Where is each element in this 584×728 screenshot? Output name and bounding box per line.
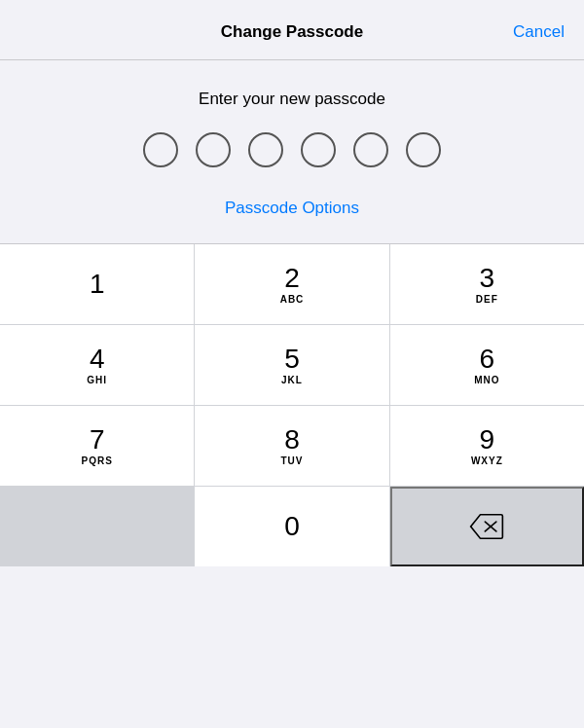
key-4-number: 4 <box>90 346 105 373</box>
delete-icon <box>469 513 504 540</box>
key-2[interactable]: 2 ABC <box>195 244 388 324</box>
key-7[interactable]: 7 PQRS <box>0 406 194 486</box>
passcode-dot-5 <box>353 132 388 167</box>
key-9-letters: WXYZ <box>471 455 503 466</box>
key-9-number: 9 <box>480 426 495 454</box>
key-6-number: 6 <box>480 346 495 373</box>
key-2-number: 2 <box>284 265 300 292</box>
key-8[interactable]: 8 TUV <box>195 406 388 486</box>
key-8-letters: TUV <box>280 455 303 466</box>
key-2-letters: ABC <box>280 294 305 305</box>
passcode-prompt: Enter your new passcode <box>199 90 385 109</box>
delete-button[interactable] <box>390 487 584 566</box>
key-6-letters: MNO <box>474 375 499 385</box>
key-empty <box>0 487 194 566</box>
passcode-dot-3 <box>248 132 283 167</box>
passcode-dot-2 <box>196 132 231 167</box>
key-4-letters: GHI <box>87 375 107 385</box>
key-9[interactable]: 9 WXYZ <box>390 406 584 486</box>
page-title: Change Passcode <box>78 22 506 42</box>
key-5-letters: JKL <box>281 375 303 385</box>
passcode-area: Enter your new passcode Passcode Options <box>0 60 584 243</box>
cancel-button[interactable]: Cancel <box>506 22 565 42</box>
key-3-letters: DEF <box>476 294 498 305</box>
passcode-dot-6 <box>406 132 441 167</box>
passcode-dots <box>143 132 441 167</box>
header: Change Passcode Cancel <box>0 0 584 60</box>
key-8-number: 8 <box>284 426 300 454</box>
key-7-letters: PQRS <box>81 455 112 466</box>
key-0-number: 0 <box>284 513 300 540</box>
key-3[interactable]: 3 DEF <box>390 244 584 324</box>
passcode-dot-1 <box>143 132 178 167</box>
passcode-dot-4 <box>301 132 336 167</box>
key-5-number: 5 <box>284 346 300 373</box>
passcode-options-button[interactable]: Passcode Options <box>225 191 359 234</box>
key-1-number: 1 <box>90 271 105 298</box>
key-1[interactable]: 1 <box>0 244 194 324</box>
key-3-number: 3 <box>480 265 495 292</box>
key-0[interactable]: 0 <box>195 487 388 566</box>
keypad: 1 2 ABC 3 DEF 4 GHI 5 JKL 6 MNO 7 PQRS 8… <box>0 244 584 566</box>
key-6[interactable]: 6 MNO <box>390 325 584 405</box>
key-5[interactable]: 5 JKL <box>195 325 388 405</box>
key-4[interactable]: 4 GHI <box>0 325 194 405</box>
key-7-number: 7 <box>90 426 105 454</box>
